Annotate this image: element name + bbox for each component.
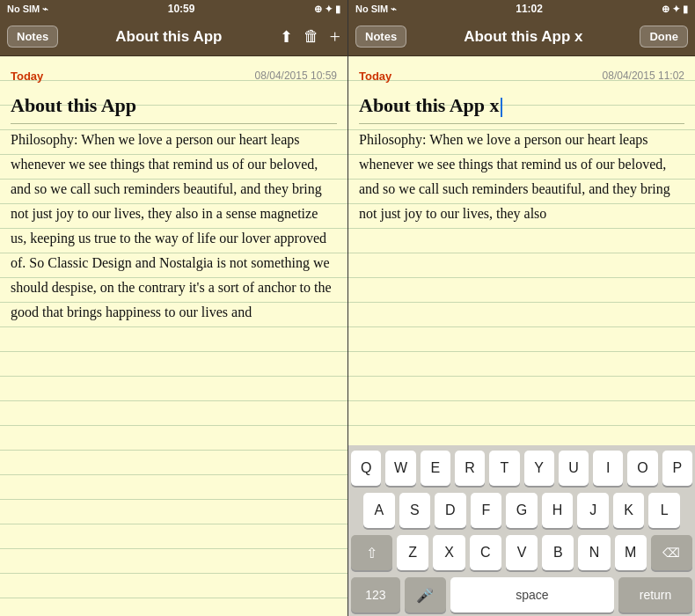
- status-right-right: ⊕ ✦ ▮: [662, 4, 688, 15]
- key-s[interactable]: S: [399, 493, 431, 528]
- key-m[interactable]: M: [615, 535, 647, 570]
- note-body-right[interactable]: Philosophy: When we love a person our he…: [359, 128, 684, 226]
- date-label-left: Today: [11, 70, 43, 83]
- key-j[interactable]: J: [577, 493, 609, 528]
- key-b[interactable]: B: [542, 535, 574, 570]
- back-button-right[interactable]: Notes: [355, 26, 406, 48]
- nav-title-left: About this App: [115, 28, 222, 46]
- note-title-right[interactable]: About this App x: [359, 93, 684, 118]
- key-f[interactable]: F: [471, 493, 502, 528]
- nav-title-right: About this App x: [464, 28, 582, 46]
- keyboard-row-2: A S D F G H J K L: [351, 493, 692, 528]
- back-button-left[interactable]: Notes: [7, 26, 58, 48]
- key-numbers[interactable]: 123: [351, 577, 400, 612]
- key-a[interactable]: A: [363, 493, 395, 528]
- keyboard: Q W E R T Y U I O P A S D F G H J K L ⇧ …: [348, 445, 695, 616]
- done-button[interactable]: Done: [640, 26, 688, 48]
- timestamp-right: 08/04/2015 11:02: [603, 70, 684, 82]
- note-content-right: Today 08/04/2015 11:02 About this App x …: [348, 56, 695, 233]
- key-t[interactable]: T: [489, 451, 519, 486]
- no-sim-label-right: No SIM ⌁: [355, 4, 397, 15]
- text-cursor: [501, 98, 502, 117]
- status-left: No SIM ⌁: [7, 4, 48, 15]
- nav-icons-left: ⬆ 🗑 +: [280, 26, 340, 48]
- note-divider-left: [11, 123, 337, 124]
- note-body-left[interactable]: Philosophy: When we love a person our he…: [11, 128, 337, 325]
- key-x[interactable]: X: [433, 535, 465, 570]
- key-e[interactable]: E: [421, 451, 450, 486]
- time-right: 11:02: [516, 3, 543, 15]
- date-label-right: Today: [359, 70, 391, 83]
- left-panel: No SIM ⌁ 10:59 ⊕ ✦ ▮ Notes About this Ap…: [0, 0, 348, 616]
- key-y[interactable]: Y: [524, 451, 554, 486]
- status-right-left: ⊕ ✦ ▮: [314, 4, 340, 15]
- key-g[interactable]: G: [506, 493, 538, 528]
- key-n[interactable]: N: [578, 535, 610, 570]
- status-bar-left: No SIM ⌁ 10:59 ⊕ ✦ ▮: [0, 0, 348, 18]
- nav-bar-right: Notes About this App x Done: [348, 18, 695, 56]
- key-space[interactable]: space: [450, 577, 615, 612]
- key-k[interactable]: K: [613, 493, 645, 528]
- status-left-right: No SIM ⌁: [355, 4, 397, 15]
- battery-icon: ⊕ ✦ ▮: [314, 4, 340, 15]
- note-date-row-right: Today 08/04/2015 11:02: [359, 63, 684, 88]
- note-content-left: Today 08/04/2015 10:59 About this App Ph…: [0, 56, 348, 332]
- key-o[interactable]: O: [627, 451, 657, 486]
- key-w[interactable]: W: [385, 451, 415, 486]
- note-title-left[interactable]: About this App: [11, 93, 337, 118]
- key-return[interactable]: return: [618, 577, 692, 612]
- keyboard-row-1: Q W E R T Y U I O P: [351, 451, 692, 486]
- key-r[interactable]: R: [455, 451, 485, 486]
- trash-icon[interactable]: 🗑: [304, 27, 319, 46]
- nav-bar-left: Notes About this App ⬆ 🗑 +: [0, 18, 348, 56]
- key-v[interactable]: V: [506, 535, 538, 570]
- status-bar-right: No SIM ⌁ 11:02 ⊕ ✦ ▮: [348, 0, 695, 18]
- key-p[interactable]: P: [662, 451, 692, 486]
- key-u[interactable]: U: [559, 451, 589, 486]
- note-area-right: Today 08/04/2015 11:02 About this App x …: [348, 56, 695, 445]
- key-shift[interactable]: ⇧: [351, 535, 392, 570]
- key-mic[interactable]: 🎤: [405, 577, 446, 612]
- no-sim-label: No SIM ⌁: [7, 4, 48, 15]
- key-l[interactable]: L: [648, 493, 680, 528]
- share-icon[interactable]: ⬆: [280, 27, 293, 47]
- battery-icon-right: ⊕ ✦ ▮: [662, 4, 688, 15]
- keyboard-row-4: 123 🎤 space return: [351, 577, 692, 612]
- time-left: 10:59: [168, 3, 195, 15]
- key-c[interactable]: C: [470, 535, 501, 570]
- note-title-text-right: About this App x: [359, 94, 500, 116]
- add-icon[interactable]: +: [330, 26, 340, 48]
- timestamp-left: 08/04/2015 10:59: [255, 70, 337, 82]
- note-divider-right: [359, 123, 684, 124]
- key-h[interactable]: H: [542, 493, 574, 528]
- keyboard-row-3: ⇧ Z X C V B N M ⌫: [351, 535, 692, 570]
- note-area-left: Today 08/04/2015 10:59 About this App Ph…: [0, 56, 348, 616]
- note-date-row-left: Today 08/04/2015 10:59: [11, 63, 337, 88]
- key-backspace[interactable]: ⌫: [651, 535, 692, 570]
- key-i[interactable]: I: [593, 451, 623, 486]
- key-z[interactable]: Z: [397, 535, 428, 570]
- key-d[interactable]: D: [435, 493, 466, 528]
- key-q[interactable]: Q: [351, 451, 381, 486]
- right-panel: No SIM ⌁ 11:02 ⊕ ✦ ▮ Notes About this Ap…: [348, 0, 695, 616]
